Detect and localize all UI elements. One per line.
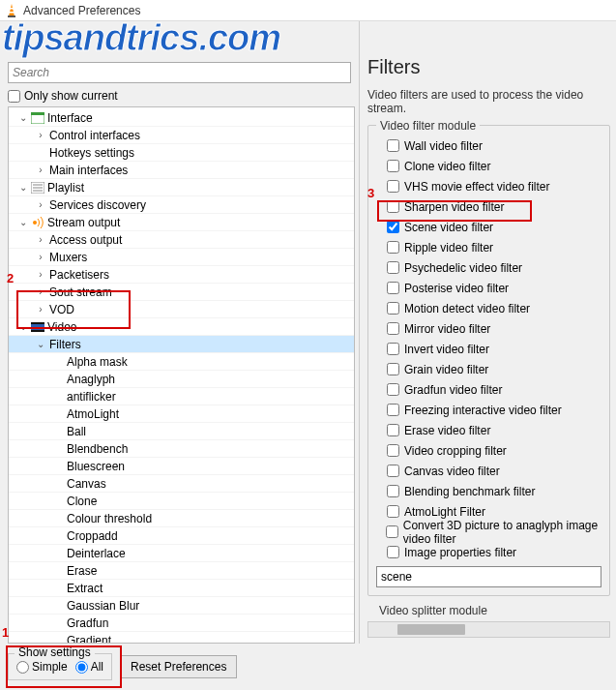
tree-item-access-output[interactable]: ›Access output bbox=[9, 231, 354, 249]
tree-item-erase[interactable]: Erase bbox=[9, 562, 354, 580]
filter-checkbox[interactable] bbox=[387, 282, 399, 294]
filter-vhs-movie-effect-video-filter[interactable]: VHS movie effect video filter bbox=[376, 176, 601, 196]
tree-item-colour-threshold[interactable]: Colour threshold bbox=[9, 510, 354, 527]
chevron-right-icon[interactable]: › bbox=[34, 231, 47, 249]
tree-item-gaussian-blur[interactable]: Gaussian Blur bbox=[9, 597, 354, 615]
chevron-right-icon[interactable]: › bbox=[34, 162, 47, 179]
tree-item-deinterlace[interactable]: Deinterlace bbox=[9, 545, 354, 562]
reset-preferences-button[interactable]: Reset Preferences bbox=[120, 655, 237, 678]
filter-wall-video-filter[interactable]: Wall video filter bbox=[376, 135, 601, 156]
filter-checkbox[interactable] bbox=[387, 505, 399, 518]
search-input[interactable] bbox=[8, 62, 351, 83]
filter-freezing-interactive-video-filter[interactable]: Freezing interactive video filter bbox=[376, 400, 601, 420]
filter-video-cropping-filter[interactable]: Video cropping filter bbox=[376, 440, 601, 461]
filter-canvas-video-filter[interactable]: Canvas video filter bbox=[376, 461, 601, 481]
tree-item-control-interfaces[interactable]: ›Control interfaces bbox=[9, 127, 354, 144]
tree-item-bluescreen[interactable]: Bluescreen bbox=[9, 458, 354, 475]
filter-checkbox[interactable] bbox=[387, 261, 399, 274]
filter-sharpen-video-filter[interactable]: Sharpen video filter bbox=[376, 196, 601, 217]
tree-item-clone[interactable]: Clone bbox=[9, 493, 354, 510]
chevron-down-icon[interactable]: ⌄ bbox=[16, 109, 30, 127]
tree-item-blendbench[interactable]: Blendbench bbox=[9, 440, 354, 458]
horizontal-scrollbar[interactable] bbox=[367, 621, 610, 638]
radio-all[interactable]: All bbox=[75, 660, 103, 674]
filter-clone-video-filter[interactable]: Clone video filter bbox=[376, 156, 601, 176]
tree-item-gradfun[interactable]: Gradfun bbox=[9, 615, 354, 632]
filter-gradfun-video-filter[interactable]: Gradfun video filter bbox=[376, 379, 601, 400]
radio-all-input[interactable] bbox=[75, 661, 88, 674]
only-show-current[interactable]: Only show current bbox=[8, 89, 351, 103]
chevron-down-icon[interactable]: ⌄ bbox=[16, 318, 30, 336]
tree-item-services-discovery[interactable]: ›Services discovery bbox=[9, 196, 354, 214]
filter-checkbox[interactable] bbox=[387, 160, 399, 172]
tree-item-ball[interactable]: Ball bbox=[9, 423, 354, 440]
filter-mirror-video-filter[interactable]: Mirror video filter bbox=[376, 318, 601, 339]
filter-checkbox[interactable] bbox=[387, 221, 399, 233]
tree-item-playlist[interactable]: ⌄Playlist bbox=[9, 179, 354, 196]
filter-checkbox[interactable] bbox=[387, 343, 399, 355]
filter-value-input[interactable] bbox=[376, 566, 601, 587]
filter-erase-video-filter[interactable]: Erase video filter bbox=[376, 420, 601, 440]
tree-item-vod[interactable]: ›VOD bbox=[9, 301, 354, 318]
chevron-down-icon[interactable]: ⌄ bbox=[16, 179, 30, 196]
tree-item-muxers[interactable]: ›Muxers bbox=[9, 249, 354, 266]
tree-view[interactable]: ⌄Interface›Control interfacesHotkeys set… bbox=[8, 106, 355, 644]
chevron-right-icon[interactable]: › bbox=[34, 266, 47, 284]
chevron-down-icon[interactable]: ⌄ bbox=[34, 336, 47, 353]
tree-item-label: VOD bbox=[47, 301, 74, 318]
filter-checkbox[interactable] bbox=[387, 180, 399, 193]
filter-checkbox[interactable] bbox=[387, 465, 399, 477]
tree-item-extract[interactable]: Extract bbox=[9, 580, 354, 597]
filter-invert-video-filter[interactable]: Invert video filter bbox=[376, 339, 601, 359]
chevron-down-icon[interactable]: ⌄ bbox=[16, 214, 30, 231]
chevron-right-icon[interactable]: › bbox=[34, 127, 47, 144]
tree-item-interface[interactable]: ⌄Interface bbox=[9, 109, 354, 127]
tree-item-atmolight[interactable]: AtmoLight bbox=[9, 405, 354, 423]
tree-item-packetisers[interactable]: ›Packetisers bbox=[9, 266, 354, 284]
tree-item-croppadd[interactable]: Croppadd bbox=[9, 527, 354, 545]
filter-label: Canvas video filter bbox=[404, 465, 500, 478]
filter-checkbox[interactable] bbox=[387, 322, 399, 335]
filter-checkbox[interactable] bbox=[386, 525, 398, 538]
filter-checkbox[interactable] bbox=[387, 444, 399, 457]
filter-blending-benchmark-filter[interactable]: Blending benchmark filter bbox=[376, 481, 601, 501]
scrollbar-thumb[interactable] bbox=[397, 624, 465, 635]
tree-item-label: Playlist bbox=[45, 179, 84, 196]
chevron-right-icon[interactable]: › bbox=[34, 249, 47, 266]
filter-checkbox[interactable] bbox=[387, 139, 399, 152]
svg-rect-2 bbox=[10, 8, 14, 10]
tree-item-stream-output[interactable]: ⌄Stream output bbox=[9, 214, 354, 231]
radio-simple-input[interactable] bbox=[16, 661, 29, 674]
filter-checkbox[interactable] bbox=[387, 363, 399, 375]
tree-item-sout-stream[interactable]: ›Sout stream bbox=[9, 284, 354, 301]
tree-item-hotkeys-settings[interactable]: Hotkeys settings bbox=[9, 144, 354, 162]
filter-checkbox[interactable] bbox=[387, 302, 399, 315]
chevron-right-icon[interactable]: › bbox=[34, 301, 47, 318]
chevron-right-icon[interactable]: › bbox=[34, 196, 47, 214]
filter-checkbox[interactable] bbox=[387, 383, 399, 396]
filter-psychedelic-video-filter[interactable]: Psychedelic video filter bbox=[376, 257, 601, 278]
tree-item-video[interactable]: ⌄Video bbox=[9, 318, 354, 336]
filter-checkbox[interactable] bbox=[387, 241, 399, 254]
filter-checkbox[interactable] bbox=[387, 404, 399, 416]
filter-grain-video-filter[interactable]: Grain video filter bbox=[376, 359, 601, 379]
chevron-right-icon[interactable]: › bbox=[34, 284, 47, 301]
tree-item-antiflicker[interactable]: antiflicker bbox=[9, 388, 354, 405]
filter-motion-detect-video-filter[interactable]: Motion detect video filter bbox=[376, 298, 601, 318]
tree-item-canvas[interactable]: Canvas bbox=[9, 475, 354, 493]
tree-item-gradient[interactable]: Gradient bbox=[9, 632, 354, 644]
only-show-current-checkbox[interactable] bbox=[8, 90, 20, 103]
filter-checkbox[interactable] bbox=[387, 485, 399, 497]
tree-item-anaglyph[interactable]: Anaglyph bbox=[9, 371, 354, 388]
filter-scene-video-filter[interactable]: Scene video filter bbox=[376, 217, 601, 237]
filter-posterise-video-filter[interactable]: Posterise video filter bbox=[376, 278, 601, 298]
tree-item-main-interfaces[interactable]: ›Main interfaces bbox=[9, 162, 354, 179]
filter-checkbox[interactable] bbox=[387, 546, 399, 558]
filter-checkbox[interactable] bbox=[387, 200, 399, 213]
filter-checkbox[interactable] bbox=[387, 424, 399, 436]
filter-convert-3d-picture-to-anaglyph-image-video-filter[interactable]: Convert 3D picture to anaglyph image vid… bbox=[376, 522, 601, 542]
radio-simple[interactable]: Simple bbox=[16, 660, 68, 674]
tree-item-filters[interactable]: ⌄Filters bbox=[9, 336, 354, 353]
filter-ripple-video-filter[interactable]: Ripple video filter bbox=[376, 237, 601, 257]
tree-item-alpha-mask[interactable]: Alpha mask bbox=[9, 353, 354, 371]
